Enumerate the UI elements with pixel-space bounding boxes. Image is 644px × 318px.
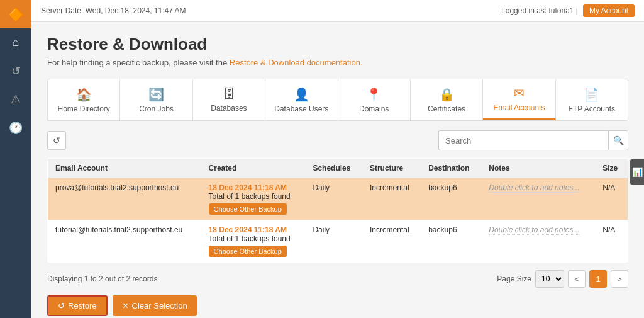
displaying-text: Displaying 1 to 2 out of 2 records [47,275,157,283]
table-row[interactable]: prova@tutorials.trial2.supporthost.eu 18… [48,178,628,220]
choose-backup-button-1[interactable]: Choose Other Backup [209,246,287,257]
page-size-label: Page Size [497,275,531,283]
refresh-button[interactable]: ↺ [47,131,66,150]
tab-domains[interactable]: 📍 Domains [338,79,411,120]
subtitle-link[interactable]: Restore & Download documentation. [230,58,363,67]
clear-label: Clear Selection [132,301,187,310]
cell-size-0: N/A [595,178,628,220]
topbar: Server Date: Wed, Dec 18, 2024, 11:47 AM… [31,0,644,22]
search-group: 🔍 [438,130,628,150]
cell-structure-0: Incremental [362,178,421,220]
clear-icon: ✕ [122,301,129,310]
cell-created-0: 18 Dec 2024 11:18 AM Total of 1 backups … [201,178,306,220]
notes-field-0[interactable]: Double click to add notes... [489,183,579,193]
cell-structure-1: Incremental [362,220,421,263]
tab-certificates[interactable]: 🔒 Certificates [411,79,483,120]
cell-notes-0[interactable]: Double click to add notes... [481,178,595,220]
sidebar: 🔶 ⌂ ↺ ⚠ 🕐 [0,0,31,318]
col-structure: Structure [362,159,421,178]
clear-selection-button[interactable]: ✕ Clear Selection [113,295,197,316]
subtitle-text: For help finding a specific backup, plea… [47,58,227,67]
sidebar-item-refresh[interactable]: ↺ [0,57,31,85]
created-date-1: 18 Dec 2024 11:18 AM [209,225,298,234]
col-created: Created [201,159,306,178]
tab-domains-label: Domains [359,105,389,113]
page-subtitle: For help finding a specific backup, plea… [47,58,628,67]
col-email-account: Email Account [48,159,201,178]
choose-backup-button-0[interactable]: Choose Other Backup [209,203,287,215]
email-accounts-table: Email Account Created Schedules Structur… [47,158,628,263]
current-page-button[interactable]: 1 [589,270,607,288]
cron-jobs-icon: 🔄 [148,87,164,102]
tab-databases[interactable]: 🗄 Databases [193,79,265,120]
my-account-button[interactable]: My Account [583,4,635,17]
cell-email-1: tutorial@tutorials.trial2.supporthost.eu [48,220,201,263]
cell-created-1: 18 Dec 2024 11:18 AM Total of 1 backups … [201,220,306,263]
sidebar-logo[interactable]: 🔶 [0,0,31,28]
tab-cron-jobs[interactable]: 🔄 Cron Jobs [120,79,192,120]
pagination-group: Page Size 10 25 50 < 1 > [497,270,628,288]
tab-databases-label: Databases [211,104,247,113]
tab-home-directory[interactable]: 🏠 Home Directory [48,79,120,120]
home-directory-icon: 🏠 [76,87,92,102]
col-schedules: Schedules [305,159,362,178]
restore-icon: ↺ [58,301,65,310]
notes-field-1[interactable]: Double click to add notes... [489,225,579,235]
certificates-icon: 🔒 [439,87,455,102]
cell-destination-0: backup6 [421,178,481,220]
cell-email-0: prova@tutorials.trial2.supporthost.eu [48,178,201,220]
cell-notes-1[interactable]: Double click to add notes... [481,220,595,263]
table-header-row: Email Account Created Schedules Structur… [48,159,628,178]
page-size-select[interactable]: 10 25 50 [535,270,564,288]
page-content-area: Restore & Download For help finding a sp… [31,22,644,318]
restore-label: Restore [68,301,97,310]
tab-cron-jobs-label: Cron Jobs [139,105,174,113]
tab-database-users[interactable]: 👤 Database Users [265,79,338,120]
domains-icon: 📍 [366,87,382,102]
col-destination: Destination [421,159,481,178]
sidebar-item-clock[interactable]: 🕐 [0,113,31,142]
tab-email-accounts[interactable]: ✉ Email Accounts [483,79,555,120]
logged-in-as: Logged in as: tutoria1 | [501,6,578,15]
col-notes: Notes [481,159,595,178]
tab-database-users-label: Database Users [274,105,328,113]
created-date-0: 18 Dec 2024 11:18 AM [209,183,298,192]
main-content: Server Date: Wed, Dec 18, 2024, 11:47 AM… [31,0,644,318]
tabs-container: 🏠 Home Directory 🔄 Cron Jobs 🗄 Databases… [47,79,628,121]
database-users-icon: 👤 [294,87,309,102]
tab-home-directory-label: Home Directory [58,105,110,113]
col-size: Size [595,159,628,178]
prev-page-button[interactable]: < [568,270,586,288]
server-date: Server Date: Wed, Dec 18, 2024, 11:47 AM [41,6,186,15]
created-note-0: Total of 1 backups found [209,192,298,201]
search-input[interactable] [438,130,608,150]
action-buttons: ↺ Restore ✕ Clear Selection [47,295,628,316]
ftp-accounts-icon: 📄 [584,87,599,102]
tab-ftp-accounts[interactable]: 📄 FTP Accounts [556,79,628,120]
cell-size-1: N/A [595,220,628,263]
tab-email-accounts-label: Email Accounts [493,103,545,112]
cell-destination-1: backup6 [421,220,481,263]
tab-certificates-label: Certificates [428,105,465,113]
databases-icon: 🗄 [223,87,235,101]
page-title: Restore & Download [47,35,628,54]
logo-icon: 🔶 [8,7,24,22]
next-page-button[interactable]: > [611,270,628,288]
created-note-1: Total of 1 backups found [209,234,298,243]
tab-ftp-accounts-label: FTP Accounts [569,105,615,113]
sidebar-item-alert[interactable]: ⚠ [0,85,31,113]
restore-button[interactable]: ↺ Restore [47,295,108,316]
email-accounts-icon: ✉ [514,86,525,101]
table-row[interactable]: tutorial@tutorials.trial2.supporthost.eu… [48,220,628,263]
sidebar-item-home[interactable]: ⌂ [0,28,31,57]
search-button[interactable]: 🔍 [608,130,628,150]
cell-schedules-0: Daily [305,178,362,220]
toolbar-row: ↺ 🔍 [47,130,628,150]
table-footer: Displaying 1 to 2 out of 2 records Page … [47,270,628,288]
chart-button[interactable]: 📊 [630,159,644,185]
cell-schedules-1: Daily [305,220,362,263]
